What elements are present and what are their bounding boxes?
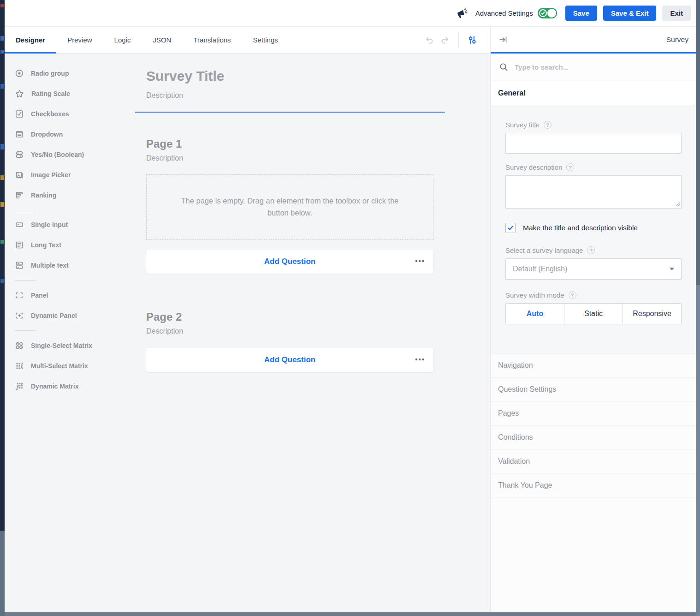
section-navigation[interactable]: Navigation [491,353,696,377]
search-icon [499,62,509,72]
redo-icon[interactable] [437,32,453,48]
language-selected-value: Default (English) [513,265,567,273]
language-label: Select a survey language [505,246,583,254]
section-validation[interactable]: Validation [491,449,696,473]
page-title[interactable]: Page 1 [146,138,490,150]
survey-description-input[interactable] [505,175,682,209]
toolbox-item-label: Dynamic Matrix [31,383,78,390]
single-select-matrix-icon [15,341,24,350]
page-description[interactable]: Description [146,154,490,162]
section-question-settings[interactable]: Question Settings [491,377,696,401]
toolbox-item-label: Radio group [31,70,69,77]
toolbox-item-ranking[interactable]: Ranking [10,185,134,205]
boolean-icon [15,150,24,159]
toolbox-item-dynamic-panel[interactable]: Dynamic Panel [10,305,134,326]
tab-translations[interactable]: Translations [182,27,242,53]
toolbox-item-label: Multiple text [31,262,69,269]
image-picker-icon [15,170,24,179]
toolbox-item-radio-group[interactable]: Radio group [10,63,134,84]
section-conditions[interactable]: Conditions [491,425,696,449]
save-button[interactable]: Save [565,6,597,21]
tab-settings[interactable]: Settings [242,27,289,53]
title-visibility-checkbox[interactable] [505,223,516,233]
toolbox-item-dropdown[interactable]: Dropdown [10,124,134,144]
page-title[interactable]: Page 2 [146,311,490,323]
advanced-settings-label: Advanced Settings [475,9,533,17]
help-icon[interactable]: ? [544,121,552,129]
save-and-exit-button[interactable]: Save & Exit [603,6,657,21]
survey-description[interactable]: Description [146,91,490,100]
add-question-button[interactable]: Add Question [264,355,315,365]
dropdown-icon [15,130,24,139]
toolbox-item-checkboxes[interactable]: Checkboxes [10,104,134,124]
toolbox-item-panel[interactable]: Panel [10,285,134,305]
toolbox-item-label: Dropdown [31,131,63,138]
toolbox-item-dynamic-matrix[interactable]: Dynamic Matrix [10,376,134,396]
help-icon[interactable]: ? [566,163,574,171]
toolbox-item-long-text[interactable]: Long Text [10,235,134,255]
design-canvas: Survey Title Description Page 1 Descript… [134,54,490,612]
page-1[interactable]: Page 1 Description The page is empty. Dr… [146,138,490,274]
multiple-text-icon [15,261,24,270]
width-mode-option-responsive[interactable]: Responsive [623,304,681,324]
undo-icon[interactable] [421,32,437,48]
question-type-menu-icon[interactable]: ••• [415,355,425,363]
toolbox-item-single-select-matrix[interactable]: Single-Select Matrix [10,335,134,356]
sliders-icon[interactable] [464,32,480,48]
toolbox-item-image-picker[interactable]: Image Picker [10,165,134,185]
single-input-icon [15,220,24,229]
rating-scale-icon [15,89,24,99]
toggle-knob[interactable] [547,9,556,18]
help-icon[interactable]: ? [569,291,576,299]
tab-actions [421,27,490,53]
toolbox-item-single-input[interactable]: Single input [10,215,134,235]
page-description[interactable]: Description [146,327,490,335]
tab-preview[interactable]: Preview [56,27,103,53]
survey-header[interactable]: Survey Title Description [146,68,490,113]
survey-creator-window: Advanced Settings Save Save & Exit Exit … [5,0,696,612]
property-search-input[interactable] [515,63,688,71]
tab-designer[interactable]: Designer [5,27,56,53]
section-pages[interactable]: Pages [491,401,696,425]
survey-description-label-row: Survey description ? [505,163,682,171]
background-scrollbar-strip[interactable] [696,0,700,616]
section-general[interactable]: General [491,81,696,105]
toolbar-divider [458,32,459,48]
width-mode-label-row: Survey width mode ? [505,291,682,299]
toolbox-item-label: Dynamic Panel [31,312,77,319]
survey-title-label: Survey title [505,121,540,129]
add-question-button[interactable]: Add Question [264,257,315,266]
question-type-menu-icon[interactable]: ••• [415,257,425,265]
add-question-card: Add Question ••• [146,250,433,274]
help-icon[interactable]: ? [587,246,595,254]
radio-group-icon [15,69,24,78]
megaphone-icon [456,7,468,19]
width-mode-option-auto[interactable]: Auto [506,304,564,324]
survey-title-input[interactable] [505,133,682,154]
panel-filler [491,497,696,612]
title-visibility-label[interactable]: Make the title and description visible [523,224,638,232]
scrollbar-thumb[interactable] [696,0,700,285]
language-select[interactable]: Default (English) [505,258,682,280]
toolbox-item-boolean[interactable]: Yes/No (Boolean) [10,144,134,165]
page-2[interactable]: Page 2 Description Add Question ••• [146,311,490,372]
toolbox-item-rating-scale[interactable]: Rating Scale [10,84,134,104]
resize-grip-icon[interactable] [675,202,680,207]
toggle-check-icon [539,9,547,17]
toolbox-item-multi-select-matrix[interactable]: Multi-Select Matrix [10,356,134,376]
survey-title[interactable]: Survey Title [146,68,490,84]
toolbox-item-multiple-text[interactable]: Multiple text [10,255,134,275]
property-panel: Survey General Survey title ? [490,27,696,612]
empty-page-placeholder: The page is empty. Drag an element from … [146,174,433,240]
toolbox-item-label: Long Text [31,241,61,249]
width-mode-option-static[interactable]: Static [564,304,623,324]
collapse-panel-icon[interactable] [498,35,508,45]
exit-button[interactable]: Exit [662,6,691,21]
tab-json[interactable]: JSON [142,27,182,53]
advanced-settings-toggle[interactable] [538,8,557,18]
section-thank-you-page[interactable]: Thank You Page [491,473,696,497]
background-fragment [0,202,4,207]
tab-logic[interactable]: Logic [103,27,142,53]
width-mode-segmented-control: Auto Static Responsive [505,303,682,324]
body-row: Designer Preview Logic JSON Translations… [5,27,696,612]
